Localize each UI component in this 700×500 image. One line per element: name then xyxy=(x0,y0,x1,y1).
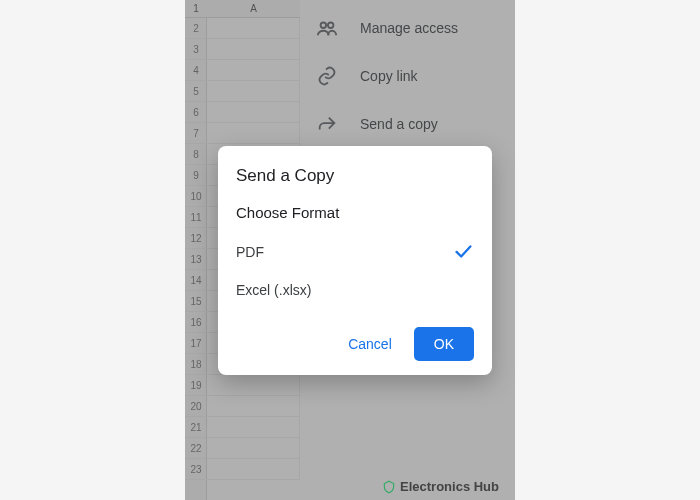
format-option-label: PDF xyxy=(236,244,264,260)
check-icon xyxy=(452,240,474,265)
watermark-text: Electronics Hub xyxy=(400,479,499,494)
format-option-pdf[interactable]: PDF xyxy=(236,233,474,271)
format-option-label: Excel (.xlsx) xyxy=(236,282,311,298)
watermark: Electronics Hub xyxy=(382,479,499,494)
cancel-button[interactable]: Cancel xyxy=(340,328,400,360)
dialog-subtitle: Choose Format xyxy=(236,204,474,221)
dialog-title: Send a Copy xyxy=(236,166,474,186)
dialog-button-row: Cancel OK xyxy=(236,327,474,361)
send-copy-dialog: Send a Copy Choose Format PDF Excel (.xl… xyxy=(218,146,492,375)
format-option-excel[interactable]: Excel (.xlsx) xyxy=(236,271,474,309)
ok-button[interactable]: OK xyxy=(414,327,474,361)
